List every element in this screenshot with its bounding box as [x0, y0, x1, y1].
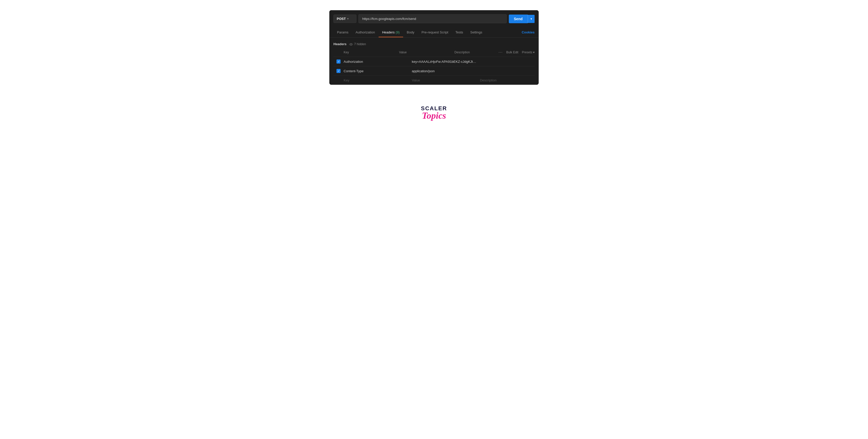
row-1-key[interactable]: Authorization — [344, 60, 412, 64]
scaler-brand: SCALER Topics — [421, 105, 447, 121]
eye-icon — [349, 43, 353, 45]
send-button-group: Send ▾ — [509, 14, 535, 23]
hidden-badge: 7 hidden — [349, 42, 366, 46]
method-label: POST — [337, 17, 346, 21]
headers-section: Headers 7 hidden Key Value Description ·… — [329, 37, 539, 85]
tab-body[interactable]: Body — [403, 27, 418, 37]
row-3-description-placeholder[interactable]: Description — [480, 79, 535, 82]
headers-badge: (9) — [396, 30, 400, 34]
more-icon[interactable]: ··· — [499, 50, 503, 55]
table-actions: ··· Bulk Edit Presets ▾ — [499, 50, 535, 55]
tab-tests[interactable]: Tests — [452, 27, 467, 37]
url-input[interactable] — [359, 14, 507, 23]
tab-params[interactable]: Params — [333, 27, 352, 37]
checkbox-checked-icon — [337, 69, 341, 73]
headers-label: Headers — [333, 42, 346, 46]
svg-point-0 — [350, 44, 351, 45]
row-2-key[interactable]: Content-Type — [344, 69, 412, 73]
checkbox-checked-icon — [337, 60, 341, 64]
tab-authorization[interactable]: Authorization — [352, 27, 379, 37]
tab-prerequest[interactable]: Pre-request Script — [418, 27, 452, 37]
bulk-edit-button[interactable]: Bulk Edit — [506, 51, 518, 54]
row-1-checkbox[interactable] — [333, 60, 344, 64]
table-row-placeholder: Key Value Description — [333, 76, 535, 85]
col-key-header: Key — [344, 51, 399, 54]
col-description-header: Description — [455, 51, 499, 54]
headers-label-row: Headers 7 hidden — [333, 40, 535, 48]
send-button[interactable]: Send — [509, 14, 528, 23]
scaler-subtitle: Topics — [422, 111, 446, 121]
presets-button[interactable]: Presets ▾ — [522, 51, 535, 54]
cookies-link[interactable]: Cookies — [522, 27, 535, 37]
table-header-row: Key Value Description ··· Bulk Edit Pres… — [333, 48, 535, 57]
row-3-key-placeholder[interactable]: Key — [344, 79, 412, 82]
method-dropdown[interactable]: POST ▾ — [333, 14, 356, 23]
col-value-header: Value — [399, 51, 455, 54]
tab-settings[interactable]: Settings — [467, 27, 486, 37]
tabs-bar: Params Authorization Headers (9) Body Pr… — [329, 27, 539, 37]
table-row: Content-Type application/json — [333, 66, 535, 76]
url-bar: POST ▾ Send ▾ — [329, 10, 539, 27]
send-dropdown-button[interactable]: ▾ — [528, 15, 535, 23]
row-1-value[interactable]: key=AAAALzHjoFw:APA91bEKZ-cJdgKJtq... — [412, 60, 480, 64]
row-2-checkbox[interactable] — [333, 69, 344, 73]
postman-window: POST ▾ Send ▾ Params Authorization Heade… — [329, 10, 539, 85]
table-row: Authorization key=AAAALzHjoFw:APA91bEKZ-… — [333, 57, 535, 66]
row-2-value[interactable]: application/json — [412, 69, 480, 73]
hidden-count: 7 hidden — [354, 42, 366, 46]
tab-headers[interactable]: Headers (9) — [379, 27, 403, 37]
row-3-value-placeholder[interactable]: Value — [412, 79, 480, 82]
method-chevron-icon: ▾ — [347, 18, 348, 20]
